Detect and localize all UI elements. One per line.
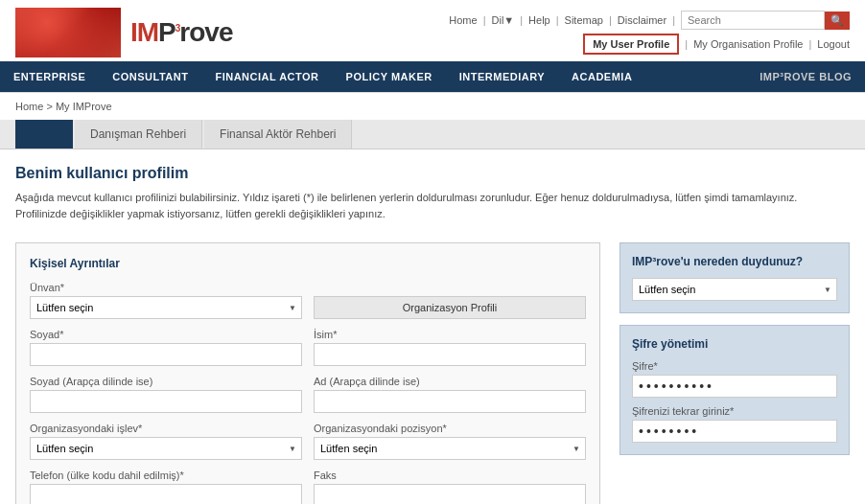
sep4: |	[609, 14, 612, 26]
nav-home[interactable]: Home	[449, 14, 477, 26]
org-role-row: Organizasyondaki işlev* Lütfen seçin Org…	[30, 423, 586, 460]
page-description: Aşağıda mevcut kullanıcı profilinizi bul…	[0, 190, 844, 233]
ad-arapca-label: Ad (Arapça dilinde ise)	[314, 376, 586, 387]
right-column: IMP³rove'u nereden duydunuz? Lütfen seçi…	[620, 242, 850, 504]
main-nav: ENTERPRISE CONSULTANT FINANCIAL ACTOR PO…	[0, 61, 865, 92]
heard-title: IMP³rove'u nereden duydunuz?	[632, 255, 837, 268]
org-profile-group: Organizasyon Profili	[314, 282, 586, 319]
org-pozisyon-select-wrapper: Lütfen seçin	[314, 437, 586, 460]
breadcrumb-home[interactable]: Home	[15, 101, 43, 112]
soyad-isim-row: Soyad* İsim*	[30, 329, 586, 366]
heard-section: IMP³rove'u nereden duydunuz? Lütfen seçi…	[620, 242, 850, 313]
faks-group: Faks	[314, 470, 586, 504]
telefon-label: Telefon (ülke kodu dahil edilmiş)*	[30, 470, 302, 481]
header-right: Home | Dil▼ | Help | Sitemap | Disclaime…	[449, 11, 850, 55]
sep5: |	[672, 14, 675, 26]
nav-blog[interactable]: IMP³ROVE BLOG	[746, 61, 865, 92]
org-profile-link[interactable]: My Organisation Profile	[693, 38, 803, 50]
tab-finansal[interactable]: Finansal Aktör Rehberi	[204, 120, 352, 149]
sifre-input[interactable]	[632, 375, 837, 398]
logout-link[interactable]: Logout	[817, 38, 850, 50]
nav-policy-maker[interactable]: POLICY MAKER	[333, 61, 446, 92]
unvan-row: Ünvan* Lütfen seçin Organizasyon Profili	[30, 282, 586, 319]
telefon-group: Telefon (ülke kodu dahil edilmiş)*	[30, 470, 302, 504]
password-title: Şifre yönetimi	[632, 337, 837, 351]
sifre-label: Şifre*	[632, 360, 837, 372]
isim-input[interactable]	[314, 343, 586, 366]
user-nav: My User Profile | My Organisation Profil…	[583, 34, 850, 55]
soyad-arapca-input[interactable]	[30, 390, 302, 413]
org-pozisyon-label: Organizasyondaki pozisyon*	[314, 423, 586, 434]
org-pozisyon-group: Organizasyondaki pozisyon* Lütfen seçin	[314, 423, 586, 460]
user-profile-button[interactable]: My User Profile	[583, 34, 679, 55]
soyad-group: Soyad*	[30, 329, 302, 366]
nav-intermediary[interactable]: INTERMEDIARY	[446, 61, 558, 92]
nav-help[interactable]: Help	[528, 14, 550, 26]
unvan-group: Ünvan* Lütfen seçin	[30, 282, 302, 319]
heard-select-wrapper: Lütfen seçin	[632, 278, 837, 301]
arapca-row: Soyad (Arapça dilinde ise) Ad (Arapça di…	[30, 376, 586, 413]
sep1: |	[483, 14, 486, 26]
org-islev-group: Organizasyondaki işlev* Lütfen seçin	[30, 423, 302, 460]
unvan-select[interactable]: Lütfen seçin	[30, 296, 302, 319]
org-pozisyon-select[interactable]: Lütfen seçin	[314, 437, 586, 460]
search-input[interactable]	[681, 11, 825, 30]
nav-academia[interactable]: ACADEMIA	[558, 61, 645, 92]
logo-text: IMP3rove	[130, 17, 233, 48]
isim-label: İsim*	[314, 329, 586, 340]
org-islev-select-wrapper: Lütfen seçin	[30, 437, 302, 460]
unvan-label: Ünvan*	[30, 282, 302, 293]
sep7: |	[808, 38, 811, 50]
telefon-input[interactable]	[30, 484, 302, 504]
ad-arapca-input[interactable]	[314, 390, 586, 413]
tabs-bar: Danışman Rehberi Finansal Aktör Rehberi	[0, 120, 865, 149]
logo-suffix: rove	[179, 17, 232, 47]
soyad-arapca-label: Soyad (Arapça dilinde ise)	[30, 376, 302, 387]
top-nav: Home | Dil▼ | Help | Sitemap | Disclaime…	[449, 11, 850, 30]
nav-enterprise[interactable]: ENTERPRISE	[0, 61, 99, 92]
soyad-label: Soyad*	[30, 329, 302, 340]
nav-dil[interactable]: Dil▼	[492, 14, 515, 26]
tab-danisman[interactable]: Danışman Rehberi	[75, 120, 202, 149]
unvan-select-wrapper: Lütfen seçin	[30, 296, 302, 319]
nav-disclaimer[interactable]: Disclaimer	[618, 14, 666, 26]
section-title-personal: Kişisel Ayrıntılar	[30, 257, 586, 270]
nav-financial-actor[interactable]: FINANCIAL ACTOR	[201, 61, 332, 92]
sifre-tekrar-label: Şifrenizi tekrar giriniz*	[632, 405, 837, 417]
search-area: 🔍	[681, 11, 850, 30]
breadcrumb-current: My IMProve	[56, 101, 112, 112]
org-profile-button[interactable]: Organizasyon Profili	[314, 296, 586, 319]
telefon-faks-row: Telefon (ülke kodu dahil edilmiş)* Faks	[30, 470, 586, 504]
sep6: |	[685, 38, 688, 50]
password-section: Şifre yönetimi Şifre* Şifrenizi tekrar g…	[620, 325, 850, 455]
left-column: Kişisel Ayrıntılar Ünvan* Lütfen seçin	[15, 242, 600, 504]
sifre-group: Şifre*	[632, 360, 837, 398]
faks-input[interactable]	[314, 484, 586, 504]
soyad-arapca-group: Soyad (Arapça dilinde ise)	[30, 376, 302, 413]
heard-select[interactable]: Lütfen seçin	[632, 278, 837, 301]
org-profile-spacer	[314, 282, 586, 293]
personal-details-section: Kişisel Ayrıntılar Ünvan* Lütfen seçin	[15, 242, 600, 504]
search-button[interactable]: 🔍	[825, 11, 850, 30]
nav-sitemap[interactable]: Sitemap	[565, 14, 603, 26]
two-col-layout: Kişisel Ayrıntılar Ünvan* Lütfen seçin	[0, 233, 865, 504]
org-islev-select[interactable]: Lütfen seçin	[30, 437, 302, 460]
page-title: Benim kullanıcı profilim	[0, 149, 865, 190]
breadcrumb: Home > My IMProve	[0, 93, 865, 120]
sep3: |	[556, 14, 559, 26]
sifre-tekrar-group: Şifrenizi tekrar giriniz*	[632, 405, 837, 443]
logo-red-box	[15, 8, 121, 57]
faks-label: Faks	[314, 470, 586, 481]
ad-arapca-group: Ad (Arapça dilinde ise)	[314, 376, 586, 413]
sifre-tekrar-input[interactable]	[632, 420, 837, 443]
breadcrumb-sep: >	[46, 101, 52, 112]
isim-group: İsim*	[314, 329, 586, 366]
logo-brand: IM	[130, 17, 158, 47]
org-islev-label: Organizasyondaki işlev*	[30, 423, 302, 434]
tab-active[interactable]	[15, 120, 73, 149]
nav-consultant[interactable]: CONSULTANT	[99, 61, 201, 92]
sep2: |	[520, 14, 523, 26]
soyad-input[interactable]	[30, 343, 302, 366]
